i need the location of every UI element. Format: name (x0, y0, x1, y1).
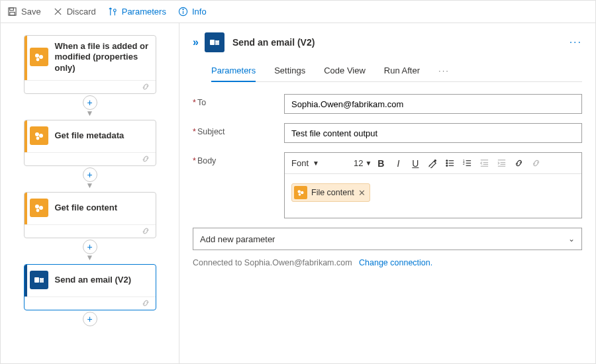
flow-step-label: Send an email (V2) (55, 275, 132, 285)
parameters-button[interactable]: Parameters (108, 7, 166, 17)
flow-step-trigger[interactable]: When a file is added or modified (proper… (24, 35, 156, 94)
body-input[interactable]: File content ✕ (285, 174, 581, 218)
label-body: *Body (193, 152, 284, 165)
parameters-form: *To *Subject *Body Font ▼ (193, 94, 582, 267)
save-icon (7, 7, 17, 17)
info-button[interactable]: Info (178, 7, 207, 17)
label-subject: *Subject (193, 123, 284, 136)
svg-point-17 (36, 208, 39, 212)
connection-info: Connected to Sophia.Owen@fabrikam.com Ch… (193, 258, 582, 267)
svg-point-8 (183, 9, 183, 10)
svg-rect-19 (210, 40, 215, 45)
panel-title: Send an email (V2) (232, 37, 315, 48)
info-label: Info (192, 7, 207, 17)
svg-point-42 (299, 193, 301, 196)
change-connection-link[interactable]: Change connection. (359, 258, 432, 267)
outlook-icon (30, 271, 48, 289)
numberlist-button[interactable]: 12 (459, 156, 475, 171)
add-step-button[interactable]: + (83, 240, 97, 254)
chevron-down-icon: ▼ (313, 159, 319, 167)
add-parameter-dropdown[interactable]: Add new parameter ⌄ (193, 228, 582, 250)
svg-point-9 (35, 54, 39, 58)
sharepoint-icon (30, 48, 48, 66)
flow-step-metadata[interactable]: Get file metadata (24, 120, 156, 166)
token-label: File content (311, 188, 354, 197)
svg-point-21 (446, 160, 448, 161)
tab-codeview[interactable]: Code View (324, 63, 366, 81)
svg-point-23 (446, 165, 448, 166)
font-dropdown[interactable]: Font ▼ (291, 158, 352, 168)
chevron-down-icon: ▼ (365, 159, 372, 167)
svg-point-14 (36, 136, 39, 140)
parameters-icon (108, 7, 118, 17)
sharepoint-icon (30, 126, 48, 145)
indent-button[interactable] (493, 156, 509, 171)
svg-point-15 (35, 205, 39, 208)
bold-button[interactable]: B (373, 156, 389, 171)
panel-header: » Send an email (V2) ··· (193, 32, 582, 52)
flow-step-content[interactable]: Get file content (24, 192, 156, 238)
info-icon (178, 7, 188, 17)
link-icon (141, 226, 150, 236)
link-button[interactable] (511, 156, 526, 171)
arrow-down-icon: ▼ (86, 109, 94, 117)
svg-rect-2 (10, 12, 15, 15)
add-step-button[interactable]: + (83, 167, 97, 182)
outdent-button[interactable] (476, 156, 492, 171)
flow-step-label: Get file content (55, 203, 118, 213)
label-to: *To (193, 94, 284, 107)
sharepoint-icon (30, 199, 48, 217)
body-editor: Font ▼ 12 ▼ B I U (284, 152, 582, 218)
discard-label: Discard (67, 7, 96, 17)
tab-settings[interactable]: Settings (274, 63, 305, 81)
svg-text:2: 2 (463, 162, 465, 165)
underline-button[interactable]: U (407, 156, 423, 171)
svg-point-16 (39, 206, 43, 210)
flow-connector: + ▼ (83, 167, 97, 189)
app-root: Save Discard Parameters Info (0, 0, 596, 364)
dynamic-content-token[interactable]: File content ✕ (291, 183, 370, 202)
fontsize-dropdown[interactable]: 12 ▼ (354, 158, 372, 168)
svg-point-20 (434, 160, 436, 161)
add-step-button[interactable]: + (83, 95, 97, 110)
to-input[interactable] (284, 94, 582, 114)
editor-toolbar: Font ▼ 12 ▼ B I U (285, 153, 581, 174)
arrow-down-icon: ▼ (86, 253, 94, 261)
tab-runafter[interactable]: Run After (384, 63, 420, 81)
panel-more-button[interactable]: ··· (570, 36, 582, 48)
panel-tabs: Parameters Settings Code View Run After … (211, 63, 582, 82)
flow-sidebar: When a file is added or modified (proper… (1, 23, 179, 363)
tab-more[interactable]: ··· (438, 63, 450, 81)
fontcolor-button[interactable] (424, 156, 440, 171)
flow-container: When a file is added or modified (proper… (14, 35, 166, 329)
flow-step-label: Get file metadata (55, 130, 124, 141)
svg-point-13 (39, 134, 43, 138)
token-remove-button[interactable]: ✕ (358, 188, 366, 198)
svg-rect-1 (10, 8, 14, 11)
arrow-down-icon: ▼ (86, 181, 94, 189)
svg-point-41 (301, 191, 304, 195)
italic-button[interactable]: I (390, 156, 406, 171)
link-icon (141, 82, 150, 91)
top-toolbar: Save Discard Parameters Info (1, 1, 595, 23)
add-step-button[interactable]: + (83, 312, 97, 326)
save-button[interactable]: Save (7, 7, 41, 17)
flow-step-email[interactable]: Send an email (V2) (24, 264, 156, 310)
flow-connector: + (83, 312, 97, 326)
discard-icon (53, 7, 63, 17)
bulletlist-button[interactable] (442, 156, 458, 171)
flow-step-label: When a file is added or modified (proper… (55, 41, 150, 73)
collapse-panel-button[interactable]: » (193, 36, 197, 48)
sharepoint-icon (294, 186, 307, 199)
svg-point-5 (113, 9, 116, 12)
subject-input[interactable] (284, 123, 582, 143)
svg-point-12 (35, 132, 39, 136)
discard-button[interactable]: Discard (53, 7, 96, 17)
unlink-button[interactable] (528, 156, 544, 171)
svg-point-40 (298, 190, 301, 193)
svg-rect-18 (34, 277, 39, 283)
chevron-down-icon: ⌄ (568, 234, 575, 244)
tab-parameters[interactable]: Parameters (211, 63, 256, 82)
link-icon (141, 298, 150, 308)
link-icon (141, 154, 150, 163)
